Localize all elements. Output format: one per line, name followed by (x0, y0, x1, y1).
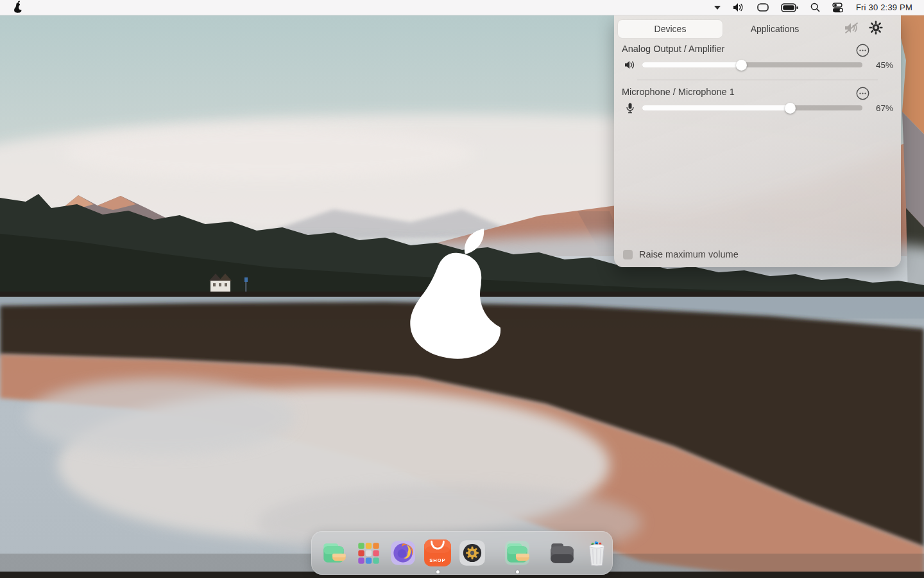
web-browser-icon (388, 538, 418, 568)
battery-icon[interactable] (780, 1, 800, 15)
sound-panel-tabs: Devices Applications (618, 20, 827, 38)
sound-settings-button[interactable] (868, 20, 884, 37)
dock-trash[interactable] (582, 538, 612, 568)
input-volume-handle[interactable] (785, 103, 796, 114)
dock: SHOP (311, 531, 613, 575)
pear-logo (385, 227, 552, 375)
menubar-time: Fri 30 2:39 PM (856, 3, 916, 12)
app-store-label: SHOP (423, 557, 452, 563)
input-volume-fill (642, 105, 790, 110)
speaker-icon (622, 60, 638, 69)
quick-settings-icon[interactable] (831, 1, 845, 15)
tab-devices[interactable]: Devices (618, 20, 723, 38)
raise-max-volume-row[interactable]: Raise maximum volume (623, 249, 739, 259)
chevron-down-icon[interactable] (713, 1, 722, 15)
sound-panel: Devices Applications (614, 15, 901, 267)
microphone-icon (622, 103, 638, 114)
running-indicator (436, 570, 440, 574)
search-icon[interactable] (809, 1, 821, 15)
output-volume-row: 45% (622, 59, 893, 71)
input-device-name: Microphone / Microphone 1 (622, 87, 735, 97)
dock-web-browser[interactable] (388, 538, 418, 568)
output-volume-value: 45% (869, 60, 893, 70)
dock-app-grid[interactable] (354, 538, 383, 568)
folder-icon (547, 538, 577, 568)
raise-max-volume-label: Raise maximum volume (639, 249, 739, 259)
dock-file-manager-window[interactable] (502, 538, 532, 568)
output-options-button[interactable] (856, 43, 870, 57)
menubar: Fri 30 2:39 PM (0, 0, 924, 15)
output-volume-slider[interactable] (642, 62, 862, 67)
dock-system-settings[interactable] (458, 538, 487, 568)
app-grid-icon (354, 538, 383, 568)
file-manager-icon (319, 538, 348, 568)
output-volume-fill (642, 62, 741, 67)
input-volume-row: 67% (622, 102, 893, 114)
dock-app-store[interactable]: SHOP (423, 538, 452, 568)
settings-gear-icon (458, 538, 487, 568)
pear-logo-icon (13, 1, 22, 15)
volume-icon[interactable] (732, 1, 746, 15)
panel-divider (637, 80, 878, 80)
app-store-icon (423, 538, 452, 568)
tab-applications[interactable]: Applications (723, 20, 827, 38)
display-icon[interactable] (756, 1, 770, 15)
pear-menu-button[interactable] (9, 1, 26, 15)
trash-icon (582, 538, 612, 568)
gear-icon (869, 21, 883, 37)
muted-speaker-icon (844, 22, 859, 36)
dock-file-manager[interactable] (319, 538, 348, 568)
running-indicator (516, 570, 519, 574)
output-volume-handle[interactable] (736, 60, 747, 71)
input-volume-slider[interactable] (642, 105, 862, 110)
input-options-button[interactable] (856, 86, 870, 100)
input-volume-value: 67% (869, 103, 893, 113)
mute-toggle-button[interactable] (843, 21, 860, 37)
raise-max-volume-checkbox[interactable] (623, 250, 633, 259)
clock-menu[interactable]: Fri 30 2:39 PM (855, 1, 918, 15)
output-device-name: Analog Output / Amplifier (622, 44, 724, 54)
screen: Fri 30 2:39 PM (0, 0, 924, 578)
desktop[interactable]: Devices Applications (0, 15, 924, 578)
dock-folder[interactable] (547, 538, 577, 568)
file-manager-icon (502, 538, 532, 568)
